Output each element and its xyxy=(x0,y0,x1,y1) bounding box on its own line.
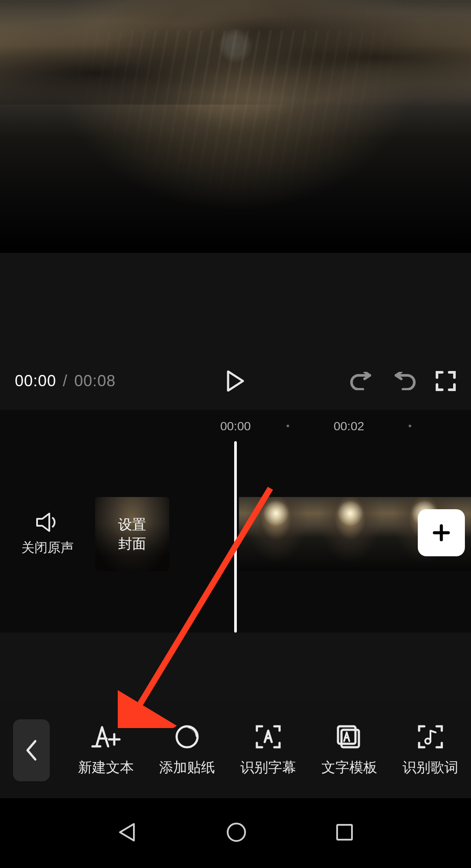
play-icon xyxy=(226,371,245,391)
mute-original-audio-button[interactable]: 关闭原声 xyxy=(0,512,95,557)
tool-label: 识别歌词 xyxy=(403,758,458,777)
play-button[interactable] xyxy=(226,371,245,391)
speaker-icon xyxy=(35,512,60,533)
triangle-back-icon xyxy=(116,821,138,843)
nav-home-button[interactable] xyxy=(225,821,247,845)
square-recents-icon xyxy=(334,822,355,842)
time-display: 00:00 / 00:08 xyxy=(15,372,116,390)
redo-icon xyxy=(392,372,416,390)
ruler-tick: 00:00 xyxy=(220,419,251,433)
tool-text-template[interactable]: 文字模板 xyxy=(309,723,390,777)
clip-frame xyxy=(313,497,387,571)
caption-scan-icon xyxy=(255,723,281,750)
mute-label: 关闭原声 xyxy=(21,539,74,557)
tool-label: 新建文本 xyxy=(78,758,134,777)
text-template-icon xyxy=(335,723,363,750)
video-preview[interactable] xyxy=(0,0,471,253)
sticker-icon xyxy=(174,723,200,750)
text-add-icon xyxy=(89,723,123,750)
timeline[interactable]: 00:00 00:02 关闭原声 设置 封面 xyxy=(0,410,471,633)
player-controls: 00:00 / 00:08 xyxy=(0,359,471,403)
tool-new-text[interactable]: 新建文本 xyxy=(65,723,147,777)
time-separator: / xyxy=(61,372,69,390)
plus-icon xyxy=(431,522,452,543)
tool-label: 识别字幕 xyxy=(240,758,296,777)
nav-recents-button[interactable] xyxy=(334,822,355,844)
redo-button[interactable] xyxy=(392,372,416,390)
tool-add-sticker[interactable]: 添加贴纸 xyxy=(147,723,228,777)
add-clip-button[interactable] xyxy=(418,509,465,556)
current-time: 00:00 xyxy=(15,372,56,390)
ruler-dot xyxy=(409,425,411,427)
playhead[interactable] xyxy=(234,441,237,633)
ruler-dot xyxy=(287,425,289,427)
undo-button[interactable] xyxy=(350,372,373,390)
cover-label: 设置 封面 xyxy=(118,515,146,553)
fullscreen-icon xyxy=(435,371,456,391)
nav-back-button[interactable] xyxy=(116,821,138,845)
tool-auto-lyrics[interactable]: 识别歌词 xyxy=(390,723,471,777)
undo-icon xyxy=(350,372,373,390)
total-duration: 00:08 xyxy=(74,372,116,390)
preview-decoration xyxy=(39,31,432,214)
set-cover-button[interactable]: 设置 封面 xyxy=(95,497,169,571)
fullscreen-button[interactable] xyxy=(435,371,456,391)
time-ruler: 00:00 00:02 xyxy=(0,410,471,440)
tool-auto-caption[interactable]: 识别字幕 xyxy=(228,723,309,777)
circle-home-icon xyxy=(225,821,247,843)
system-nav-bar xyxy=(0,798,471,868)
toolbar-back-button[interactable] xyxy=(13,719,50,781)
clip-frame xyxy=(239,497,313,571)
ruler-tick: 00:02 xyxy=(334,419,364,433)
tool-label: 添加贴纸 xyxy=(159,758,215,777)
lyrics-scan-icon xyxy=(417,723,444,750)
svg-point-5 xyxy=(228,824,245,841)
tool-label: 文字模板 xyxy=(321,758,377,777)
chevron-left-icon xyxy=(25,739,38,761)
bottom-toolbar: 新建文本 添加贴纸 识 xyxy=(0,702,471,798)
svg-rect-6 xyxy=(337,825,352,840)
